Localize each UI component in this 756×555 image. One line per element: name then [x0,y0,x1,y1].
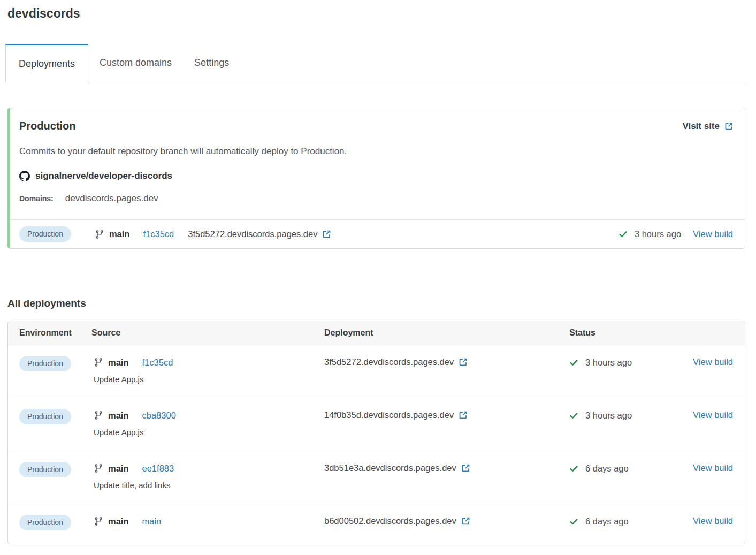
deployments-table: Environment Source Deployment Status Pro… [7,321,745,544]
check-icon [569,411,578,420]
domains-value: devdiscords.pages.dev [65,193,158,204]
table-row: Production main f1c35cd Update App.js 3f… [8,345,745,398]
branch-name: main [108,462,129,475]
tab-custom-domains[interactable]: Custom domains [88,44,183,82]
commit-message: Update title, add links [94,480,324,490]
branch-name: main [108,409,129,422]
commit-link[interactable]: ee1f883 [142,462,174,475]
view-build-link[interactable]: View build [693,357,733,367]
environment-badge: Production [19,226,71,242]
git-branch-icon [94,410,103,420]
external-link-icon[interactable] [459,358,468,367]
table-row: Production main cba8300 Update App.js 14… [8,398,745,451]
commit-link[interactable]: f1c35cd [143,229,174,239]
deployment-url: b6d00502.devdiscords.pages.dev [324,516,456,526]
environment-badge: Production [19,462,71,477]
commit-message: Update App.js [94,374,324,384]
column-header-environment: Environment [8,328,91,338]
page-title: devdiscords [7,6,745,21]
visit-site-label: Visit site [682,121,720,132]
deployment-url: 14f0b35d.devdiscords.pages.dev [324,410,454,420]
view-build-link[interactable]: View build [693,463,733,473]
external-link-icon[interactable] [322,230,331,239]
repository-name: signalnerve/developer-discords [35,171,172,181]
deploy-time: 3 hours ago [585,410,632,421]
column-header-source: Source [91,328,324,338]
tab-deployments[interactable]: Deployments [5,44,88,82]
domains-label: Domains: [19,194,54,203]
tab-settings[interactable]: Settings [183,44,240,82]
git-branch-icon [94,463,103,473]
external-link-icon[interactable] [461,463,470,473]
commit-message: Update App.js [94,427,324,437]
environment-badge: Production [19,409,71,424]
check-icon [569,464,578,473]
production-card-title: Production [19,120,76,132]
table-row: Production main main b6d00502.devdiscord… [8,504,745,544]
commit-link[interactable]: f1c35cd [142,356,173,369]
environment-badge: Production [19,515,71,530]
deployment-url: 3db51e3a.devdiscords.pages.dev [324,463,456,473]
external-link-icon[interactable] [459,410,468,420]
external-link-icon [724,122,733,131]
production-deployment-row: Production main f1c35cd 3f5d5272.devdisc… [10,219,745,248]
git-branch-icon [94,516,103,526]
column-header-deployment: Deployment [324,328,569,338]
branch-name: main [108,356,129,369]
check-icon [569,358,578,367]
visit-site-link[interactable]: Visit site [682,121,733,132]
github-icon [19,171,30,181]
git-branch-icon [94,358,103,367]
deploy-time: 6 days ago [585,463,629,474]
external-link-icon[interactable] [461,516,470,526]
deployment-url: 3f5d5272.devdiscords.pages.dev [188,229,317,239]
environment-badge: Production [19,356,71,371]
branch-name: main [108,515,129,528]
view-build-link[interactable]: View build [693,229,733,239]
deploy-time: 6 days ago [585,516,629,527]
column-header-status: Status [569,328,676,338]
deploy-time: 3 hours ago [585,358,632,368]
deploy-time: 3 hours ago [635,229,681,239]
check-icon [618,230,628,239]
production-card: Production Visit site Commits to your de… [7,108,745,249]
commit-link[interactable]: main [142,515,162,528]
branch-name: main [109,229,130,239]
production-description: Commits to your default repository branc… [19,146,733,157]
view-build-link[interactable]: View build [693,516,733,526]
deployment-url: 3f5d5272.devdiscords.pages.dev [324,357,454,367]
tab-bar: Deployments Custom domains Settings [7,44,745,82]
git-branch-icon [95,230,104,239]
view-build-link[interactable]: View build [693,410,733,420]
all-deployments-title: All deployments [7,298,745,309]
check-icon [569,517,578,526]
table-row: Production main ee1f883 Update title, ad… [8,451,745,504]
table-header-row: Environment Source Deployment Status [8,321,745,345]
commit-link[interactable]: cba8300 [142,409,176,422]
